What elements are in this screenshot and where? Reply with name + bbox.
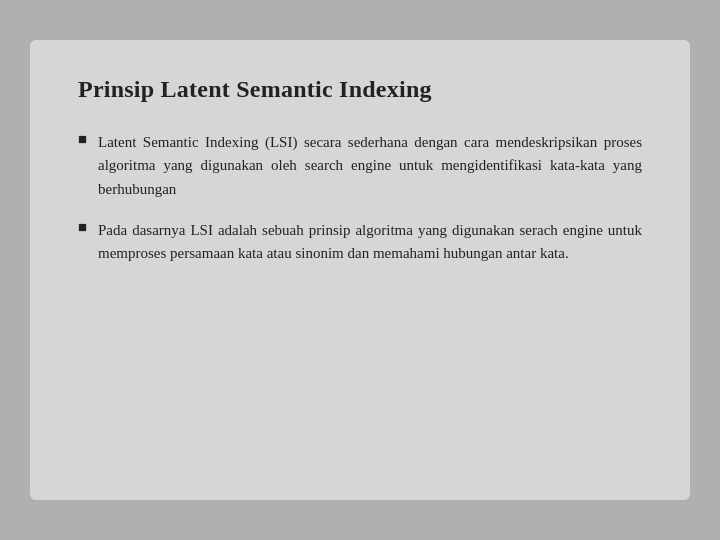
bullet-item-1: ■ Latent Semantic Indexing (LSI) secara … bbox=[78, 131, 642, 201]
bullet-text-1: Latent Semantic Indexing (LSI) secara se… bbox=[98, 131, 642, 201]
bullet-marker-2: ■ bbox=[78, 219, 96, 236]
bullet-marker-1: ■ bbox=[78, 131, 96, 148]
bullet-item-2: ■ Pada dasarnya LSI adalah sebuah prinsi… bbox=[78, 219, 642, 266]
slide-container: Prinsip Latent Semantic Indexing ■ Laten… bbox=[30, 40, 690, 500]
bullet-text-2: Pada dasarnya LSI adalah sebuah prinsip … bbox=[98, 219, 642, 266]
slide-content: ■ Latent Semantic Indexing (LSI) secara … bbox=[78, 131, 642, 265]
slide-title: Prinsip Latent Semantic Indexing bbox=[78, 76, 642, 103]
